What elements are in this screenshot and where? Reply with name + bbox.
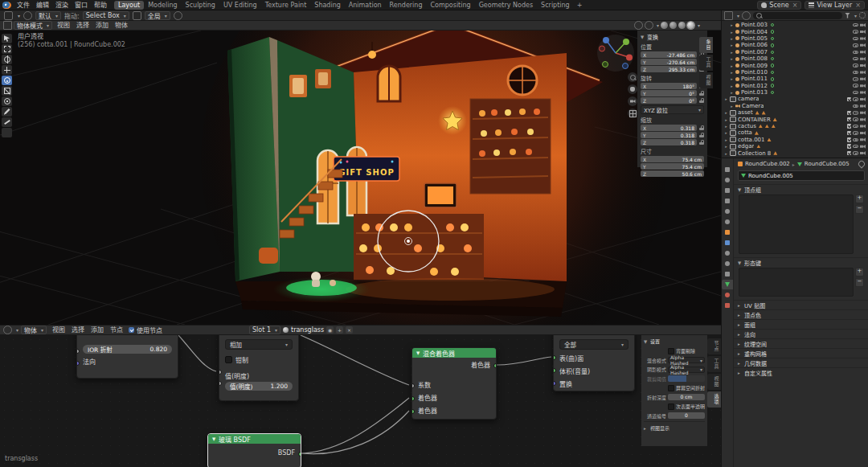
transform-dimensions-y-field[interactable]: Y75.4 cm (641, 163, 704, 170)
disclosure-icon[interactable]: ▸ (730, 76, 734, 81)
disclosure-icon[interactable]: ▸ (730, 56, 734, 61)
fresnel-ior-field[interactable]: IOR 折射0.820 (83, 345, 172, 354)
node-material-output[interactable]: 全部▾ 表(曲)面 体积(音量) 置换 (553, 335, 635, 391)
properties-tab-scene[interactable] (722, 207, 733, 216)
refraction-depth-field[interactable]: 0 cm (668, 394, 705, 400)
disclosure-icon[interactable]: ▸ (724, 151, 728, 156)
vertex-groups-listbox[interactable] (739, 195, 854, 254)
shading-wireframe-icon[interactable] (661, 22, 668, 29)
workspace-tab-6[interactable]: Animation (345, 1, 386, 10)
shader-menu-item-2[interactable]: 添加 (88, 325, 107, 335)
sidebar-tab-1[interactable]: 工具 (707, 356, 721, 372)
sss-translucency-checkbox[interactable] (668, 404, 674, 410)
collection-checkbox[interactable] (847, 111, 852, 116)
pivot-point-icon[interactable] (174, 11, 182, 20)
properties-tab-texture[interactable] (722, 301, 733, 310)
collapsed-panel-7[interactable]: ▸自定义属性 (734, 367, 868, 377)
pass-index-field[interactable]: 0 (668, 412, 705, 419)
hide-in-viewport-icon[interactable] (853, 57, 858, 61)
tool-add-cube-button[interactable] (2, 128, 12, 137)
menu-item-0[interactable]: 文件 (14, 0, 33, 10)
view-layer-selector[interactable]: View Layer × (805, 1, 865, 10)
tool-move-button[interactable] (2, 65, 12, 75)
disable-in-renders-icon[interactable] (860, 137, 866, 141)
disclosure-icon[interactable]: ▸ (724, 137, 728, 142)
disable-in-renders-icon[interactable] (860, 84, 866, 88)
viewport-menu-item-1[interactable]: 选择 (73, 20, 92, 31)
outliner-item-light[interactable]: ▸Point.005 (722, 35, 868, 42)
hide-in-viewport-icon[interactable] (853, 71, 858, 75)
lock-icon[interactable] (699, 140, 704, 145)
transform-scale-z-field[interactable]: Z0.318 (641, 139, 697, 145)
tool-cursor-button[interactable] (2, 55, 12, 64)
hide-in-viewport-icon[interactable] (853, 125, 858, 129)
transform-rotation-y-field[interactable]: Y0° (641, 90, 697, 96)
pin-icon[interactable] (857, 159, 866, 168)
collection-checkbox[interactable] (847, 117, 852, 122)
outliner-item-light[interactable]: ▸Point.003 (722, 22, 868, 28)
rotation-mode-dropdown[interactable]: XYZ 欧拉▾ (641, 105, 704, 114)
orientation-icon[interactable] (133, 11, 141, 20)
remove-vertex-group-button[interactable]: − (855, 205, 864, 214)
settings-panel-header[interactable]: ▼设置 (644, 338, 705, 345)
lock-icon[interactable] (699, 133, 704, 138)
material-name[interactable]: transglass (291, 326, 324, 334)
camera-view-button[interactable] (628, 96, 637, 106)
properties-tab-view-layer[interactable] (722, 196, 733, 206)
display-mode-icon[interactable] (724, 11, 733, 20)
collection-checkbox[interactable] (847, 137, 852, 142)
transform-rotation-z-field[interactable]: Z0° (641, 97, 697, 104)
disclosure-icon[interactable]: ▸ (724, 110, 728, 115)
workspace-tab-0[interactable]: Layout (114, 1, 144, 10)
disable-in-renders-icon[interactable] (860, 30, 866, 34)
shading-rendered-icon[interactable] (687, 22, 694, 29)
workspace-tab-3[interactable]: UV Editing (219, 1, 261, 10)
disclosure-icon[interactable]: ▸ (730, 36, 734, 41)
transform-scale-x-field[interactable]: X0.318 (641, 125, 697, 131)
disable-in-renders-icon[interactable] (860, 131, 866, 135)
viewport-display-panel-header[interactable]: ▸视图显示 (644, 421, 705, 432)
outliner-item-collection[interactable]: ▸cotta (722, 129, 868, 136)
socket-bsdf-output[interactable] (298, 452, 301, 457)
transform-rotation-x-field[interactable]: X180° (641, 83, 697, 89)
material-shield-icon[interactable]: ◉ (326, 326, 334, 334)
disable-in-renders-icon[interactable] (860, 125, 866, 129)
properties-tab-output[interactable] (722, 186, 733, 195)
outliner-item-light[interactable]: ▸Point.004 (722, 28, 868, 35)
disclosure-icon[interactable]: ▸ (730, 84, 734, 88)
tool-select-box-button[interactable] (2, 44, 12, 54)
tool-tweak-button[interactable] (2, 34, 12, 43)
sidebar-tab-3[interactable]: 选项 (707, 391, 721, 408)
disclosure-icon[interactable]: ▸ (730, 23, 734, 27)
sidebar-tab-0[interactable]: 节点 (707, 338, 721, 354)
outliner-item-light[interactable]: ▸Point.006 (722, 42, 868, 48)
zoom-button[interactable] (628, 72, 637, 82)
blend-mode-dropdown[interactable]: Alpha Hashed▾ (668, 357, 705, 363)
workspace-tab-8[interactable]: Compositing (426, 1, 474, 10)
viewport-3d[interactable]: GIFT SHOP (0, 31, 721, 325)
lock-icon[interactable] (699, 125, 704, 131)
properties-tab-modifiers[interactable] (722, 238, 733, 248)
socket-ior-input[interactable] (76, 349, 80, 354)
disable-in-renders-icon[interactable] (860, 36, 866, 40)
backface-culling-checkbox[interactable] (668, 348, 674, 354)
menu-item-3[interactable]: 窗口 (72, 0, 91, 10)
outliner-search-input[interactable] (753, 12, 842, 19)
outliner-item-light[interactable]: ▸Point.012 (722, 83, 868, 89)
material-slot-dropdown[interactable]: Slot 1▾ (249, 326, 280, 334)
disable-in-renders-icon[interactable] (860, 63, 866, 68)
unlink-material-icon[interactable]: × (346, 326, 353, 334)
properties-tab-world[interactable] (722, 217, 733, 227)
outliner-item-collection[interactable]: ▸cotta.001 (722, 137, 868, 143)
collection-checkbox[interactable] (847, 131, 852, 136)
output-target-dropdown[interactable]: 全部▾ (559, 339, 628, 350)
hide-in-viewport-icon[interactable] (853, 37, 858, 41)
hide-in-viewport-icon[interactable] (853, 43, 858, 47)
disclosure-icon[interactable]: ▸ (730, 50, 734, 55)
scene-selector[interactable]: Scene × (757, 1, 801, 10)
disclosure-icon[interactable]: ▸ (724, 144, 728, 149)
hide-in-viewport-icon[interactable] (853, 30, 858, 34)
node-fresnel[interactable]: IOR 折射0.820 法向 (76, 335, 178, 379)
collection-checkbox[interactable] (847, 144, 852, 149)
mode-dropdown[interactable]: 物体模式▾ (14, 21, 52, 30)
